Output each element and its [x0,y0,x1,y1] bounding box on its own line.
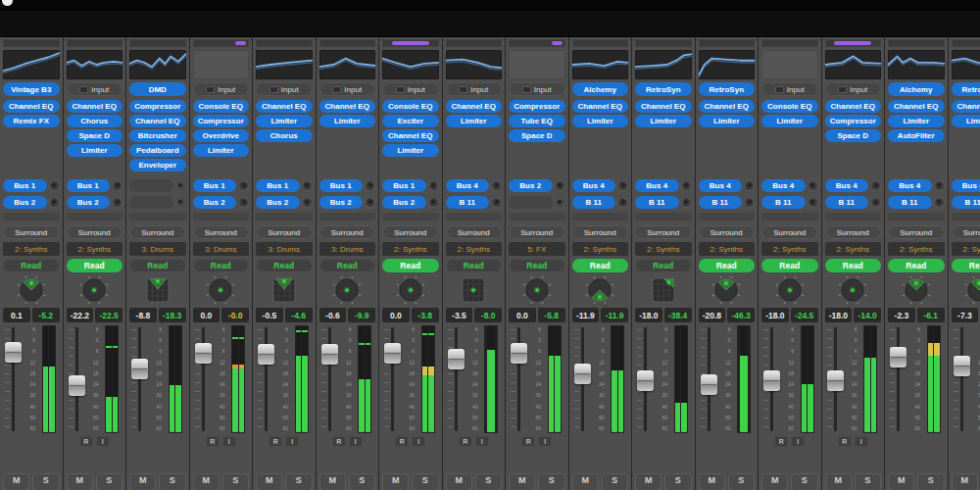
mute-button[interactable]: M [129,473,156,490]
send-destination[interactable]: Bus 2 [382,196,426,209]
send-destination[interactable]: Bus 2 [67,196,111,209]
send-destination[interactable]: B 11 [825,196,869,209]
input-slot[interactable]: Input [193,82,250,96]
volume-display[interactable]: -20.8 [699,308,726,322]
send-level-knob[interactable] [934,180,945,191]
pan-knob[interactable] [319,274,376,306]
record-enable-button[interactable]: R [521,436,535,447]
send-level-knob[interactable] [555,180,565,191]
plugin-slot[interactable]: AutoFilter [888,129,945,142]
peak-level-display[interactable]: -5.8 [538,308,565,322]
input-slot[interactable]: RetroSyn [635,82,692,96]
plugin-slot[interactable]: Limiter [193,144,250,157]
solo-button[interactable]: S [159,473,185,490]
peak-level-display[interactable]: -11.9 [601,308,628,322]
automation-mode-button[interactable]: Read [825,259,882,272]
send-destination[interactable]: B 11 [572,196,616,209]
mute-button[interactable]: M [952,473,978,490]
send-level-knob[interactable] [870,197,881,208]
plugin-slot[interactable]: Console EQ [382,100,439,113]
send-level-knob[interactable] [808,197,818,208]
send-destination[interactable]: Bus 4 [761,179,806,192]
send-level-knob[interactable] [302,197,313,208]
plugin-slot[interactable]: Limiter [446,115,503,127]
volume-display[interactable]: -7.3 [952,308,979,322]
send-level-knob[interactable] [744,180,755,191]
volume-display[interactable]: -18.0 [825,308,853,322]
plugin-slot[interactable]: Limiter [699,115,756,127]
solo-button[interactable]: S [96,473,122,490]
mute-button[interactable]: M [509,473,535,490]
send-destination[interactable]: Bus 4 [952,179,980,192]
output-slot[interactable]: Surround [761,225,818,239]
input-slot[interactable]: Input [509,82,565,96]
eq-thumbnail[interactable] [256,50,313,79]
group-slot[interactable]: 3: Drums [256,242,313,256]
input-monitor-button[interactable]: I [96,436,110,447]
volume-display[interactable]: -22.2 [67,308,94,322]
record-enable-button[interactable]: R [79,436,93,447]
solo-button[interactable]: S [917,473,944,490]
automation-mode-button[interactable]: Read [129,259,186,272]
eq-thumbnail[interactable] [635,50,692,79]
group-slot[interactable]: 3: Drums [319,242,376,256]
plugin-slot[interactable]: Channel EQ [952,100,980,113]
solo-button[interactable]: S [475,473,502,490]
send-destination[interactable]: Bus 2 [509,179,553,192]
group-slot[interactable]: 2: Synths [888,242,945,256]
eq-thumbnail[interactable] [382,50,439,79]
group-slot[interactable]: 2: Synths [67,242,123,256]
input-monitor-button[interactable]: I [349,436,363,447]
send-level-knob[interactable] [491,197,502,208]
input-monitor-button[interactable]: I [285,436,299,447]
send-destination[interactable]: Bus 4 [888,179,932,192]
volume-display[interactable]: 0.0 [382,308,410,322]
group-slot[interactable]: 2: Synths [382,242,439,256]
send-destination[interactable]: Bus 1 [3,179,47,192]
peak-level-display[interactable]: -38.4 [664,308,692,322]
automation-mode-button[interactable]: Read [256,259,313,272]
send-level-knob[interactable] [617,180,628,191]
input-monitor-button[interactable]: I [412,436,425,447]
send-level-knob[interactable] [617,197,628,208]
plugin-slot[interactable]: Space D [825,129,882,142]
record-enable-button[interactable]: R [332,436,346,447]
send-destination[interactable]: Bus 1 [382,179,426,192]
record-enable-button[interactable]: R [774,436,788,447]
plugin-slot[interactable]: Space D [509,129,565,142]
plugin-slot[interactable]: Limiter [382,144,439,157]
fader-handle[interactable] [701,374,717,395]
pan-knob[interactable] [3,274,60,306]
output-slot[interactable]: Surround [635,225,692,239]
volume-display[interactable]: -2.3 [888,308,915,322]
send-destination[interactable]: B 11 [446,196,490,209]
send-level-knob[interactable] [681,197,692,208]
send-destination[interactable]: B 11 [761,196,806,209]
send-level-knob[interactable] [238,197,249,208]
solo-button[interactable]: S [664,473,691,490]
plugin-slot[interactable]: Channel EQ [572,100,629,113]
output-slot[interactable]: Surround [129,225,186,239]
send-destination[interactable]: B 11 [888,196,932,209]
send-level-knob[interactable] [49,197,60,208]
input-slot[interactable]: Alchemy [572,82,629,96]
output-slot[interactable]: Surround [825,225,882,239]
input-slot[interactable]: Input [319,82,376,96]
send-destination[interactable]: B 11 [952,196,980,209]
solo-button[interactable]: S [222,473,249,490]
plugin-slot[interactable]: Compressor [509,100,565,113]
plugin-slot[interactable]: Space D [67,129,123,142]
automation-mode-button[interactable]: Read [67,259,123,272]
fader-handle[interactable] [827,370,844,391]
plugin-slot[interactable]: Limiter [952,115,980,127]
solo-button[interactable]: S [602,473,628,490]
plugin-slot[interactable]: Chorus [256,129,313,142]
volume-display[interactable]: -3.5 [446,308,473,322]
output-slot[interactable]: Surround [3,225,60,239]
peak-level-display[interactable]: -18.3 [159,308,186,322]
record-enable-button[interactable]: R [459,436,472,447]
group-slot[interactable]: 2: Synths [761,242,818,256]
fader-handle[interactable] [131,359,148,379]
pan-knob[interactable] [509,274,565,306]
plugin-slot[interactable]: Channel EQ [129,115,186,127]
